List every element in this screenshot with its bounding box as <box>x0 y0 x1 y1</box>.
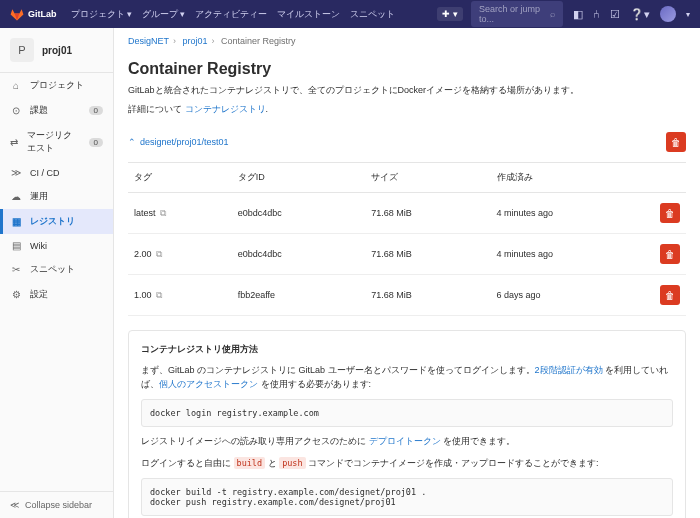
delete-tag-button[interactable]: 🗑 <box>660 285 680 305</box>
table-row: 2.00⧉ e0bdc4dbc 71.68 MiB 4 minutes ago … <box>128 234 686 275</box>
project-avatar: P <box>10 38 34 62</box>
sidebar-item-0[interactable]: ⌂プロジェクト <box>0 73 113 98</box>
help-icon[interactable]: ❔▾ <box>630 8 650 21</box>
col-header: 作成済み <box>491 163 654 193</box>
chevron-down-icon: ▾ <box>180 9 185 19</box>
pat-link[interactable]: 個人のアクセストークン <box>159 379 258 389</box>
issues-icon[interactable]: ◧ <box>573 8 583 21</box>
sidebar-icon: ≫ <box>10 167 22 178</box>
code-buildpush: docker build -t registry.example.com/des… <box>141 478 673 516</box>
project-header[interactable]: P proj01 <box>0 28 113 73</box>
sidebar-label: マージリクエスト <box>27 129 81 155</box>
sidebar-item-1[interactable]: ⊙課題0 <box>0 98 113 123</box>
sidebar-icon: ☁ <box>10 191 22 202</box>
sidebar-icon: ▤ <box>10 240 22 251</box>
user-avatar[interactable] <box>660 6 676 22</box>
sidebar-label: 運用 <box>30 190 48 203</box>
code-push: push <box>279 457 305 469</box>
sidebar-item-7[interactable]: ✂スニペット <box>0 257 113 282</box>
two-factor-link[interactable]: 2段階認証が有効 <box>535 365 603 375</box>
collapse-sidebar[interactable]: ≪ Collapse sidebar <box>0 491 113 518</box>
collapse-label: Collapse sidebar <box>25 500 92 510</box>
table-row: latest⧉ e0bdc4dbc 71.68 MiB 4 minutes ag… <box>128 193 686 234</box>
mr-icon[interactable]: ⑃ <box>593 8 600 20</box>
topbar: GitLab プロジェクト ▾ グループ ▾ アクティビティー マイルストーン … <box>0 0 700 28</box>
col-header: タグID <box>232 163 366 193</box>
sidebar-item-2[interactable]: ⇄マージリクエスト0 <box>0 123 113 161</box>
plus-button[interactable]: ✚ ▾ <box>437 7 463 21</box>
copy-icon[interactable]: ⧉ <box>160 208 166 218</box>
todos-icon[interactable]: ☑ <box>610 8 620 21</box>
brand-text: GitLab <box>28 9 57 19</box>
project-name: proj01 <box>42 45 72 56</box>
search-placeholder: Search or jump to... <box>479 4 546 24</box>
copy-icon[interactable]: ⧉ <box>156 290 162 300</box>
search-input[interactable]: Search or jump to... ⌕ <box>471 1 563 27</box>
sidebar-label: 課題 <box>30 104 48 117</box>
cell-id: e0bdc4dbc <box>232 234 366 275</box>
page-title: Container Registry <box>128 60 686 78</box>
code-login: docker login registry.example.com <box>141 399 673 427</box>
bc-current: Container Registry <box>221 36 296 46</box>
sidebar-label: プロジェクト <box>30 79 84 92</box>
nav-groups[interactable]: グループ ▾ <box>142 8 185 21</box>
delete-tag-button[interactable]: 🗑 <box>660 203 680 223</box>
sidebar-badge: 0 <box>89 138 103 147</box>
page-subtitle: GitLabと統合されたコンテナレジストリで、全てのプロジェクトにDockerイ… <box>128 84 686 97</box>
nav-milestones[interactable]: マイルストーン <box>277 8 340 21</box>
nav-projects[interactable]: プロジェクト ▾ <box>71 8 132 21</box>
howto-p2: レジストリイメージへの読み取り専用アクセスのために デプロイトークン を使用でき… <box>141 435 673 449</box>
sidebar-badge: 0 <box>89 106 103 115</box>
copy-icon[interactable]: ⧉ <box>156 249 162 259</box>
sidebar-item-8[interactable]: ⚙設定 <box>0 282 113 307</box>
trash-icon: 🗑 <box>665 290 675 301</box>
sidebar-icon: ▦ <box>10 216 22 227</box>
cell-created: 4 minutes ago <box>491 234 654 275</box>
cell-tag: 1.00⧉ <box>128 275 232 316</box>
search-icon: ⌕ <box>550 9 555 19</box>
repo-toggle[interactable]: ⌃ designet/proj01/test01 <box>128 137 229 147</box>
cell-size: 71.68 MiB <box>365 275 490 316</box>
registry-doc-link[interactable]: コンテナレジストリ <box>185 104 266 114</box>
sidebar-item-6[interactable]: ▤Wiki <box>0 234 113 257</box>
sidebar-item-5[interactable]: ▦レジストリ <box>0 209 113 234</box>
repo-name: designet/proj01/test01 <box>140 137 229 147</box>
main-content: DesigNET› proj01› Container Registry Con… <box>114 28 700 518</box>
cell-created: 6 days ago <box>491 275 654 316</box>
sidebar-icon: ⌂ <box>10 80 22 91</box>
tags-table: タグタグIDサイズ作成済み latest⧉ e0bdc4dbc 71.68 Mi… <box>128 163 686 316</box>
trash-icon: 🗑 <box>671 137 681 148</box>
sidebar-icon: ⚙ <box>10 289 22 300</box>
chevron-up-icon: ⌃ <box>128 137 136 147</box>
nav-activity[interactable]: アクティビティー <box>195 8 267 21</box>
col-header: タグ <box>128 163 232 193</box>
sidebar-label: レジストリ <box>30 215 75 228</box>
sidebar-item-3[interactable]: ≫CI / CD <box>0 161 113 184</box>
howto-p1: まず、GitLab のコンテナレジストリに GitLab ユーザー名とパスワード… <box>141 364 673 391</box>
nav-snippets[interactable]: スニペット <box>350 8 395 21</box>
breadcrumb: DesigNET› proj01› Container Registry <box>128 28 686 54</box>
sidebar-label: CI / CD <box>30 168 60 178</box>
bc-group[interactable]: DesigNET <box>128 36 169 46</box>
page-detail: 詳細について コンテナレジストリ. <box>128 103 686 116</box>
delete-tag-button[interactable]: 🗑 <box>660 244 680 264</box>
howto-p3: ログインすると自由に build と push コマンドでコンテナイメージを作成… <box>141 457 673 471</box>
col-header: サイズ <box>365 163 490 193</box>
cell-tag: 2.00⧉ <box>128 234 232 275</box>
cell-size: 71.68 MiB <box>365 193 490 234</box>
gitlab-logo[interactable]: GitLab <box>10 7 57 21</box>
cell-id: e0bdc4dbc <box>232 193 366 234</box>
sidebar-label: 設定 <box>30 288 48 301</box>
cell-tag: latest⧉ <box>128 193 232 234</box>
chevron-down-icon: ▾ <box>127 9 132 19</box>
repo-header: ⌃ designet/proj01/test01 🗑 <box>128 122 686 163</box>
sidebar-item-4[interactable]: ☁運用 <box>0 184 113 209</box>
bc-project[interactable]: proj01 <box>183 36 208 46</box>
delete-repo-button[interactable]: 🗑 <box>666 132 686 152</box>
code-build: build <box>234 457 266 469</box>
chevron-down-icon[interactable]: ▾ <box>686 10 690 19</box>
deploy-token-link[interactable]: デプロイトークン <box>369 436 441 446</box>
trash-icon: 🗑 <box>665 249 675 260</box>
sidebar: P proj01 ⌂プロジェクト⊙課題0⇄マージリクエスト0≫CI / CD☁運… <box>0 28 114 518</box>
cell-size: 71.68 MiB <box>365 234 490 275</box>
